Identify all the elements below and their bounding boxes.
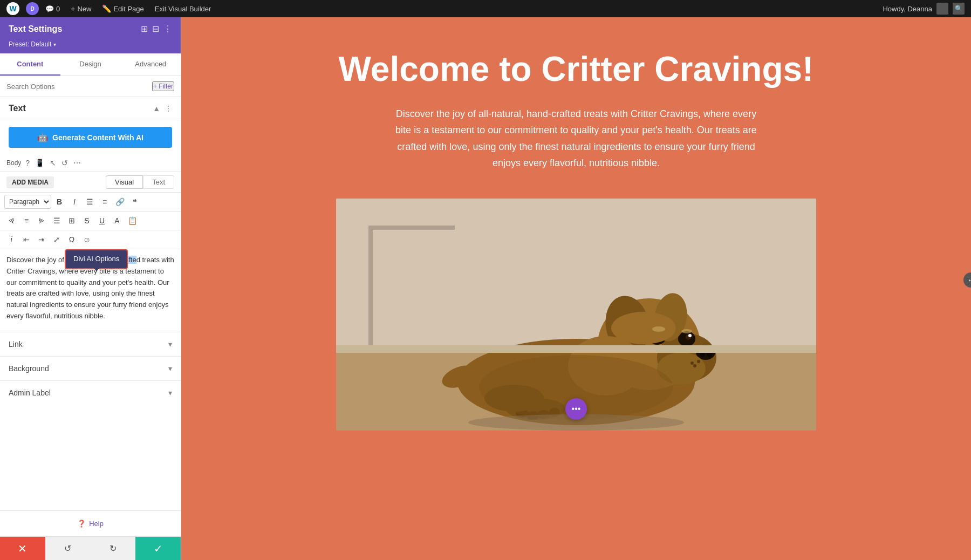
- blockquote-button[interactable]: ❝: [128, 195, 142, 209]
- top-bar-nav: + New ✏️ Edit Page Exit Visual Builder: [66, 2, 215, 15]
- options-search-area: + Filter: [0, 76, 181, 97]
- paragraph-select[interactable]: Paragraph: [4, 195, 51, 209]
- filter-button[interactable]: + Filter: [152, 81, 174, 91]
- undo-icon: ↺: [64, 543, 71, 554]
- more-icon[interactable]: ⋮: [163, 24, 172, 34]
- tab-advanced[interactable]: Advanced: [120, 53, 181, 76]
- editor-tab-text[interactable]: Text: [143, 175, 174, 189]
- redo-icon: ↻: [110, 543, 117, 554]
- undo-button[interactable]: ↺: [45, 537, 91, 560]
- text-section-title: Text: [9, 104, 26, 113]
- align-justify-button[interactable]: ☰: [50, 214, 64, 228]
- link-title: Link: [9, 340, 23, 349]
- link-button[interactable]: 🔗: [113, 195, 127, 209]
- dog-image-container: •••: [336, 199, 816, 431]
- svg-rect-35: [368, 226, 373, 350]
- svg-point-27: [690, 361, 694, 365]
- table-button[interactable]: ⊞: [65, 214, 79, 228]
- svg-rect-1: [336, 199, 816, 350]
- collapse-icon[interactable]: ▲: [153, 104, 160, 113]
- formatting-toolbar-row3: i ⇤ ⇥ ⤢ Ω ☺: [0, 230, 181, 249]
- ordered-list-button[interactable]: ≡: [98, 195, 112, 209]
- mobile-icon[interactable]: 📱: [34, 158, 45, 168]
- cancel-icon: ✕: [18, 542, 27, 555]
- main-content: Welcome to Critter Cravings! Discover th…: [181, 17, 971, 560]
- top-bar-right: Howdy, Deanna 🔍: [883, 3, 965, 15]
- italic2-button[interactable]: i: [4, 233, 18, 247]
- formatting-toolbar-row2: ⫷ ≡ ⫸ ☰ ⊞ S U A 📋: [0, 211, 181, 230]
- redo-button[interactable]: ↻: [91, 537, 136, 560]
- strikethrough-button[interactable]: S: [80, 214, 94, 228]
- search-icon[interactable]: 🔍: [953, 3, 965, 15]
- expand-button[interactable]: ⤢: [50, 233, 64, 247]
- media-tabs-row: ADD MEDIA Visual Text: [0, 172, 181, 193]
- admin-label-chevron-icon: ▾: [168, 388, 172, 397]
- wordpress-logo[interactable]: W: [6, 2, 19, 15]
- search-options-input[interactable]: [6, 83, 148, 91]
- dog-image-section: •••: [181, 199, 971, 452]
- align-center-button[interactable]: ≡: [19, 214, 33, 228]
- indent-left-button[interactable]: ⇤: [19, 233, 33, 247]
- plus-icon: +: [71, 4, 75, 13]
- tab-design[interactable]: Design: [60, 53, 121, 76]
- section-more-icon[interactable]: ⋮: [165, 104, 172, 113]
- user-greeting: Howdy, Deanna: [883, 5, 932, 13]
- admin-label-title: Admin Label: [9, 388, 51, 397]
- fullscreen-icon[interactable]: ⊞: [141, 24, 148, 34]
- background-section-header[interactable]: Background ▾: [0, 357, 181, 380]
- user-avatar[interactable]: [936, 3, 948, 15]
- cancel-button[interactable]: ✕: [0, 537, 45, 560]
- editor-content-area[interactable]: Discover the joy of all-natural, hand-cr…: [0, 249, 181, 332]
- align-left-button[interactable]: ⫷: [4, 214, 18, 228]
- preset-area: Preset: Default: [0, 40, 181, 53]
- admin-label-section-header[interactable]: Admin Label ▾: [0, 381, 181, 405]
- save-checkmark-icon: ✓: [154, 542, 163, 555]
- add-media-button[interactable]: ADD MEDIA: [6, 176, 54, 188]
- layout-icon[interactable]: ⊟: [152, 24, 159, 34]
- body-label: Body: [6, 159, 21, 167]
- indent-right-button[interactable]: ⇥: [35, 233, 49, 247]
- dog-image: [336, 199, 816, 431]
- emoji-button[interactable]: ☺: [80, 233, 94, 247]
- undo-toolbar-icon[interactable]: ↺: [60, 158, 69, 168]
- preset-label[interactable]: Preset: Default: [9, 40, 172, 48]
- text-section-header: Text ▲ ⋮: [0, 97, 181, 120]
- omega-button[interactable]: Ω: [65, 233, 79, 247]
- edit-page-button[interactable]: ✏️ Edit Page: [98, 2, 148, 15]
- floating-dots-button[interactable]: •••: [565, 398, 587, 420]
- align-right-button[interactable]: ⫸: [35, 214, 49, 228]
- cursor-icon[interactable]: ↖: [49, 158, 57, 168]
- text-color-button[interactable]: A: [110, 214, 124, 228]
- paste-text-button[interactable]: 📋: [125, 214, 139, 228]
- link-section-header[interactable]: Link ▾: [0, 332, 181, 356]
- save-button[interactable]: ✓: [135, 537, 181, 560]
- divi-logo[interactable]: D: [26, 2, 39, 15]
- exit-builder-button[interactable]: Exit Visual Builder: [151, 3, 216, 15]
- unordered-list-button[interactable]: ☰: [83, 195, 97, 209]
- sidebar-header: Text Settings ⊞ ⊟ ⋮: [0, 17, 181, 40]
- sidebar-tabs: Content Design Advanced: [0, 53, 181, 76]
- sidebar: Text Settings ⊞ ⊟ ⋮ Preset: Default Cont…: [0, 17, 181, 560]
- three-dots-icon: •••: [572, 404, 581, 414]
- tab-content[interactable]: Content: [0, 53, 60, 76]
- background-chevron-icon: ▾: [168, 364, 172, 373]
- link-chevron-icon: ▾: [168, 340, 172, 349]
- svg-point-14: [688, 334, 692, 337]
- svg-rect-36: [368, 226, 455, 230]
- editor-tab-visual[interactable]: Visual: [106, 175, 143, 189]
- help-circle-icon[interactable]: ?: [24, 158, 31, 168]
- background-section: Background ▾: [0, 356, 181, 380]
- generate-ai-button[interactable]: 🤖 Generate Content With AI: [9, 127, 172, 148]
- pencil-icon: ✏️: [102, 4, 111, 13]
- svg-rect-37: [336, 345, 816, 353]
- editor-visual-text-tabs: Visual Text: [106, 175, 174, 189]
- italic-button[interactable]: I: [67, 195, 81, 209]
- comment-icon-area[interactable]: 💬 0: [45, 5, 60, 13]
- help-button[interactable]: ❓ Help: [77, 520, 104, 528]
- bold-button[interactable]: B: [52, 195, 66, 209]
- underline-button[interactable]: U: [95, 214, 109, 228]
- help-circle-btn-icon: ❓: [77, 520, 86, 528]
- more-toolbar-icon[interactable]: ⋯: [72, 158, 82, 168]
- divi-ai-options-popup[interactable]: Divi AI Options: [65, 249, 128, 269]
- new-button[interactable]: + New: [66, 2, 95, 15]
